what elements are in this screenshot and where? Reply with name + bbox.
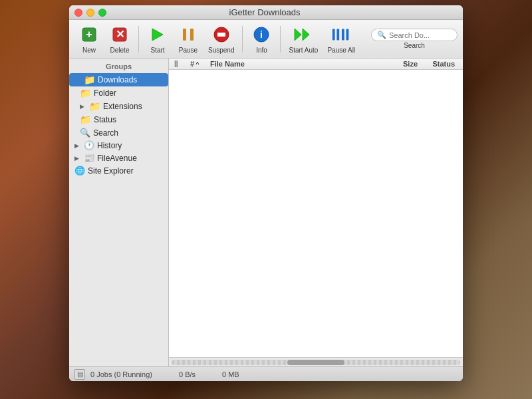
- col-pause-header: ||: [174, 60, 190, 68]
- horizontal-scrollbar[interactable]: [169, 357, 463, 366]
- scrollbar-thumb[interactable]: [287, 360, 345, 365]
- info-icon: i: [251, 24, 272, 45]
- sidebar-history-label: History: [97, 141, 122, 150]
- content-header: || # ^ File Name Size Status: [169, 59, 463, 70]
- expand-arrow-downloads: ▼: [74, 76, 81, 83]
- titlebar: iGetter Downloads: [69, 5, 463, 20]
- siteexplorer-icon: 🌐: [74, 166, 85, 176]
- history-icon: 🕐: [84, 140, 94, 150]
- svg-marker-12: [303, 29, 309, 41]
- statusbar-icon: ▤: [74, 369, 85, 380]
- info-label: Info: [256, 47, 267, 54]
- svg-rect-8: [217, 33, 225, 37]
- sidebar-siteexplorer-label: Site Explorer: [88, 166, 134, 176]
- svg-rect-16: [346, 29, 349, 41]
- sidebar-item-siteexplorer[interactable]: 🌐 Site Explorer: [69, 164, 168, 177]
- start-icon: [147, 24, 168, 45]
- new-label: New: [82, 47, 96, 54]
- pause-label: Pause: [179, 47, 198, 54]
- col-name-header: File Name: [210, 60, 378, 68]
- groups-header: Groups: [69, 59, 168, 73]
- speed-status: 0 B/s: [179, 370, 196, 378]
- svg-rect-5: [183, 29, 186, 41]
- suspend-icon: [211, 24, 232, 45]
- pause-all-button[interactable]: Pause All: [323, 23, 359, 55]
- folder-icon-status: 📁: [80, 114, 91, 125]
- new-icon: +: [78, 24, 100, 45]
- statusbar: ▤ 0 Jobs (0 Running) 0 B/s 0 MB: [69, 366, 463, 381]
- sidebar-extensions-label: Extensions: [103, 102, 142, 111]
- sidebar-item-folder[interactable]: 📁 Folder: [69, 86, 168, 100]
- start-auto-label: Start Auto: [289, 47, 318, 54]
- folder-icon-extensions: 📁: [89, 101, 100, 112]
- start-button[interactable]: Start: [143, 23, 172, 55]
- svg-rect-6: [190, 29, 194, 41]
- search-icon-sidebar: 🔍: [80, 128, 90, 138]
- delete-button[interactable]: ✕ Delete: [105, 23, 134, 55]
- start-label: Start: [150, 47, 164, 54]
- sidebar-status-label: Status: [94, 115, 116, 124]
- folder-icon-folder: 📁: [80, 88, 91, 98]
- search-container: 🔍 Search: [371, 29, 458, 49]
- pause-button[interactable]: Pause: [174, 23, 203, 55]
- pause-icon: [178, 24, 199, 45]
- svg-rect-14: [337, 29, 340, 41]
- toolbar-sep-3: [280, 26, 281, 53]
- info-button[interactable]: i Info: [247, 23, 276, 55]
- svg-marker-11: [295, 29, 301, 41]
- col-status-header: Status: [418, 60, 458, 68]
- main-window: iGetter Downloads + New ✕ Delete: [69, 5, 463, 381]
- sidebar-search-label: Search: [93, 128, 118, 138]
- scrollbar-track: [172, 360, 460, 365]
- sidebar-fileavenue-label: FileAvenue: [97, 154, 137, 163]
- sidebar-item-downloads[interactable]: ▼ 📁 Downloads: [69, 73, 168, 86]
- start-auto-icon: [293, 24, 314, 45]
- search-input[interactable]: [389, 31, 449, 39]
- svg-marker-4: [152, 29, 163, 41]
- toolbar: + New ✕ Delete Start: [69, 20, 463, 59]
- new-button[interactable]: + New: [74, 23, 104, 55]
- jobs-status: 0 Jobs (0 Running): [90, 370, 152, 378]
- svg-text:+: +: [86, 29, 92, 40]
- content-list: [169, 70, 463, 357]
- expand-arrow-history: ▶: [74, 142, 81, 149]
- sidebar-folder-label: Folder: [94, 88, 116, 98]
- toolbar-sep-1: [138, 26, 139, 53]
- expand-arrow-fileavenue: ▶: [74, 155, 81, 162]
- delete-icon: ✕: [109, 24, 130, 45]
- sidebar-item-fileavenue[interactable]: ▶ 📰 FileAvenue: [69, 152, 168, 164]
- start-auto-button[interactable]: Start Auto: [285, 23, 322, 55]
- delete-label: Delete: [110, 47, 130, 54]
- pause-all-label: Pause All: [327, 47, 355, 54]
- sidebar: Groups ▼ 📁 Downloads 📁 Folder ▶ 📁 Extens…: [69, 59, 169, 366]
- search-box: 🔍: [371, 29, 458, 41]
- col-size-header: Size: [378, 60, 418, 68]
- content-area: || # ^ File Name Size Status: [169, 59, 463, 366]
- search-label: Search: [371, 42, 458, 49]
- search-icon: 🔍: [377, 31, 386, 39]
- fileavenue-icon: 📰: [84, 153, 94, 163]
- window-title: iGetter Downloads: [72, 7, 458, 17]
- suspend-label: Suspend: [208, 47, 234, 54]
- sidebar-item-status[interactable]: 📁 Status: [69, 113, 168, 126]
- svg-text:i: i: [261, 29, 263, 40]
- sidebar-item-search[interactable]: 🔍 Search: [69, 126, 168, 139]
- sidebar-item-extensions[interactable]: ▶ 📁 Extensions: [69, 100, 168, 113]
- suspend-button[interactable]: Suspend: [204, 23, 238, 55]
- main-area: Groups ▼ 📁 Downloads 📁 Folder ▶ 📁 Extens…: [69, 59, 463, 366]
- sidebar-downloads-label: Downloads: [98, 75, 137, 84]
- col-num-header: # ^: [190, 60, 210, 68]
- expand-arrow-extensions: ▶: [80, 103, 86, 110]
- svg-rect-13: [332, 29, 335, 41]
- svg-rect-15: [342, 29, 344, 41]
- size-status: 0 MB: [222, 370, 239, 378]
- downloads-folder-icon: 📁: [84, 74, 95, 85]
- svg-text:✕: ✕: [116, 29, 124, 40]
- sidebar-item-history[interactable]: ▶ 🕐 History: [69, 139, 168, 152]
- pause-all-icon: [331, 24, 352, 45]
- toolbar-sep-2: [242, 26, 243, 53]
